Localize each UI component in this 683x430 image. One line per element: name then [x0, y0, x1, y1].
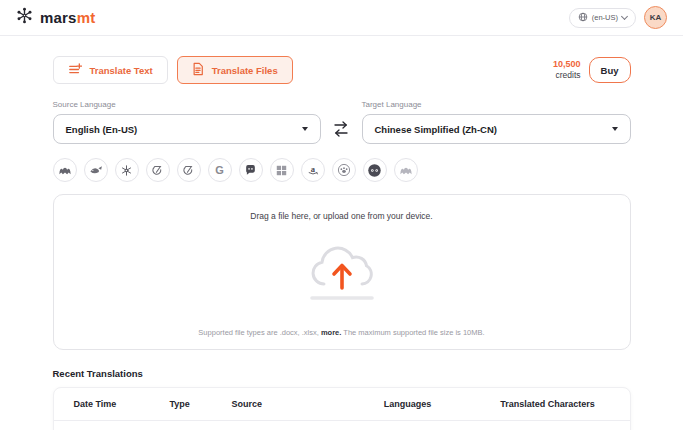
credits-amount: 10,500 [553, 59, 581, 70]
more-link[interactable]: more. [321, 328, 341, 337]
swap-arrows-icon [332, 119, 350, 139]
engine-icons-row: G a [53, 158, 631, 182]
engine-dark-face-circle-icon[interactable] [363, 158, 387, 182]
credits-display: 10,500 credits [553, 59, 581, 81]
buy-button[interactable]: Buy [589, 57, 631, 83]
avatar[interactable]: KA [644, 6, 667, 29]
credits-unit: credits [553, 70, 581, 81]
translate-text-icon [68, 63, 82, 78]
col-date-time: Date Time [74, 399, 170, 409]
tab-translate-text[interactable]: Translate Text [53, 56, 168, 84]
engine-paw-print-icon[interactable] [332, 158, 356, 182]
brand[interactable]: marsmt [16, 7, 95, 28]
engine-whale-logo-icon[interactable] [84, 158, 108, 182]
caret-down-icon [612, 127, 618, 131]
col-type: Type [170, 399, 232, 409]
col-languages: Languages [320, 399, 496, 409]
engine-swirl-logo-icon[interactable] [177, 158, 201, 182]
tabs-row: Translate Text Translate Files 10,500 cr… [53, 56, 631, 84]
source-language-value: English (En-US) [66, 124, 138, 135]
table-row: 04:47 PM March 19, 2025 File Tran..pptx … [54, 421, 630, 430]
engine-amazon-a-icon[interactable]: a [301, 158, 325, 182]
chevron-down-icon [621, 13, 628, 20]
target-language-value: Chinese Simplified (Zh-CN) [375, 124, 497, 135]
tab-translate-files[interactable]: Translate Files [177, 56, 293, 84]
engine-google-g-icon[interactable]: G [208, 158, 232, 182]
globe-icon [578, 12, 588, 24]
dropzone-instruction: Drag a file here, or upload one from you… [250, 211, 432, 221]
locale-selector[interactable]: (en-US) [569, 8, 636, 28]
tab-translate-files-label: Translate Files [212, 65, 278, 76]
brand-name: marsmt [40, 9, 95, 26]
engine-swirl-logo-icon[interactable] [146, 158, 170, 182]
swap-languages-button[interactable] [321, 114, 362, 144]
source-language-label: Source Language [53, 100, 321, 109]
engine-bat-logo-light-icon[interactable] [394, 158, 418, 182]
locale-label: (en-US) [592, 13, 618, 22]
recent-translations-title: Recent Translations [53, 368, 631, 379]
engine-bat-logo-dark-icon[interactable] [53, 158, 77, 182]
translate-files-icon [192, 62, 204, 78]
file-dropzone[interactable]: Drag a file here, or upload one from you… [53, 194, 631, 350]
source-language-select[interactable]: English (En-US) [53, 114, 321, 144]
target-language-label: Target Language [362, 100, 631, 109]
svg-text:a: a [310, 164, 315, 174]
col-source: Source [232, 399, 320, 409]
engine-grid-squares-icon[interactable] [270, 158, 294, 182]
target-language-select[interactable]: Chinese Simplified (Zh-CN) [362, 114, 631, 144]
caret-down-icon [302, 127, 308, 131]
table-header-row: Date Time Type Source Languages Translat… [54, 388, 630, 421]
col-translated-characters: Translated Characters [496, 399, 600, 409]
engine-openai-knot-icon[interactable] [115, 158, 139, 182]
tab-translate-text-label: Translate Text [90, 65, 153, 76]
language-panel: Source Language English (En-US) Target L… [53, 100, 631, 144]
supported-file-types-text: Supported file types are .docx, .xlsx, m… [198, 328, 484, 337]
recent-translations-table: Date Time Type Source Languages Translat… [53, 387, 631, 430]
mars-asterisk-logo-icon [16, 7, 33, 28]
cloud-upload-icon [304, 240, 380, 310]
engine-chat-bubble-dark-icon[interactable] [239, 158, 263, 182]
app-header: marsmt (en-US) KA [0, 0, 683, 36]
